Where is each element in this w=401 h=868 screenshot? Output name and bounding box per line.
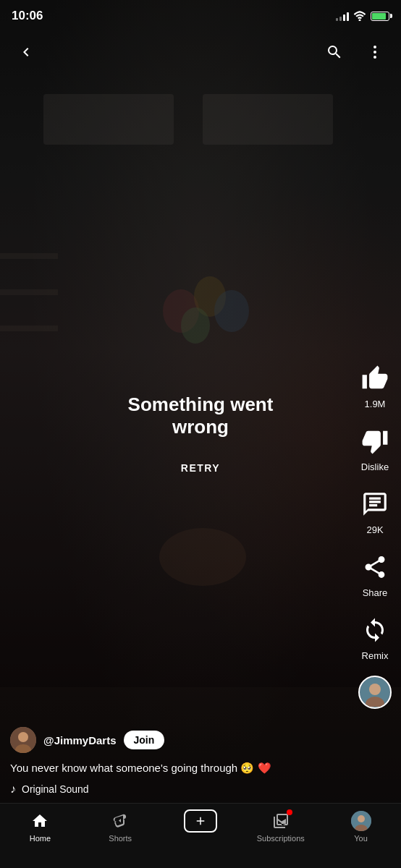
home-label: Home bbox=[30, 834, 51, 843]
nav-right-actions bbox=[320, 38, 389, 67]
nav-create[interactable] bbox=[161, 811, 241, 831]
subscriptions-icon bbox=[271, 811, 291, 831]
svg-point-13 bbox=[373, 51, 376, 54]
search-button[interactable] bbox=[320, 38, 349, 67]
comments-button[interactable]: 29K bbox=[358, 487, 392, 535]
create-icon bbox=[190, 811, 211, 831]
sound-name[interactable]: Original Sound bbox=[22, 783, 89, 795]
svg-point-11 bbox=[359, 20, 361, 22]
svg-point-16 bbox=[369, 684, 381, 695]
dislike-button[interactable]: Dislike bbox=[358, 424, 392, 472]
nav-home[interactable]: Home bbox=[0, 811, 80, 843]
error-title: Something went wrong bbox=[101, 393, 301, 438]
svg-point-23 bbox=[358, 815, 365, 822]
share-button[interactable]: Share bbox=[358, 550, 392, 598]
nav-you[interactable]: You bbox=[321, 811, 401, 843]
retry-button[interactable]: RETRY bbox=[181, 462, 220, 474]
subscriptions-label: Subscriptions bbox=[257, 834, 305, 843]
you-avatar-icon bbox=[351, 811, 371, 831]
share-icon bbox=[358, 550, 392, 584]
back-button[interactable] bbox=[12, 38, 41, 67]
channel-avatar[interactable] bbox=[10, 727, 36, 753]
comments-count: 29K bbox=[366, 524, 383, 535]
shorts-label: Shorts bbox=[109, 834, 132, 843]
wifi-icon bbox=[353, 11, 366, 21]
you-label: You bbox=[354, 834, 368, 843]
shorts-icon bbox=[110, 811, 130, 831]
right-actions: 1.9M Dislike 29K Share bbox=[358, 361, 392, 709]
dislike-icon bbox=[358, 424, 392, 459]
comments-icon bbox=[358, 487, 392, 522]
avatar-right bbox=[358, 676, 392, 709]
music-note-icon: ♪ bbox=[10, 783, 16, 796]
video-description: You never know what someone's going thro… bbox=[10, 760, 340, 775]
bottom-info: @JimmyDarts Join You never know what som… bbox=[0, 727, 350, 796]
battery-icon bbox=[371, 12, 389, 21]
status-time: 10:06 bbox=[12, 9, 43, 23]
nav-subscriptions[interactable]: Subscriptions bbox=[240, 811, 321, 843]
nav-shorts[interactable]: Shorts bbox=[80, 811, 161, 843]
svg-point-19 bbox=[18, 732, 28, 742]
top-nav bbox=[0, 32, 401, 72]
like-button[interactable]: 1.9M bbox=[358, 361, 392, 409]
bottom-nav: Home Shorts bbox=[0, 803, 401, 868]
join-button[interactable]: Join bbox=[124, 731, 165, 749]
status-bar: 10:06 bbox=[0, 0, 401, 32]
remix-icon bbox=[358, 613, 392, 647]
error-container: Something went wrong RETRY bbox=[101, 393, 301, 475]
like-icon bbox=[358, 361, 392, 396]
more-options-button[interactable] bbox=[360, 38, 389, 67]
svg-point-12 bbox=[373, 46, 376, 48]
svg-point-14 bbox=[373, 56, 376, 59]
channel-row: @JimmyDarts Join bbox=[10, 727, 340, 753]
signal-icon bbox=[336, 11, 349, 21]
channel-handle[interactable]: @JimmyDarts bbox=[43, 734, 117, 746]
svg-marker-21 bbox=[119, 819, 121, 822]
home-icon bbox=[30, 811, 50, 831]
like-count: 1.9M bbox=[365, 399, 386, 409]
dislike-label: Dislike bbox=[361, 461, 389, 472]
notification-dot bbox=[287, 809, 292, 815]
status-icons bbox=[336, 11, 389, 21]
sound-row: ♪ Original Sound bbox=[10, 783, 340, 796]
share-label: Share bbox=[363, 587, 388, 598]
remix-button[interactable]: Remix bbox=[358, 613, 392, 661]
remix-label: Remix bbox=[362, 650, 389, 661]
channel-avatar-right[interactable] bbox=[358, 676, 392, 709]
